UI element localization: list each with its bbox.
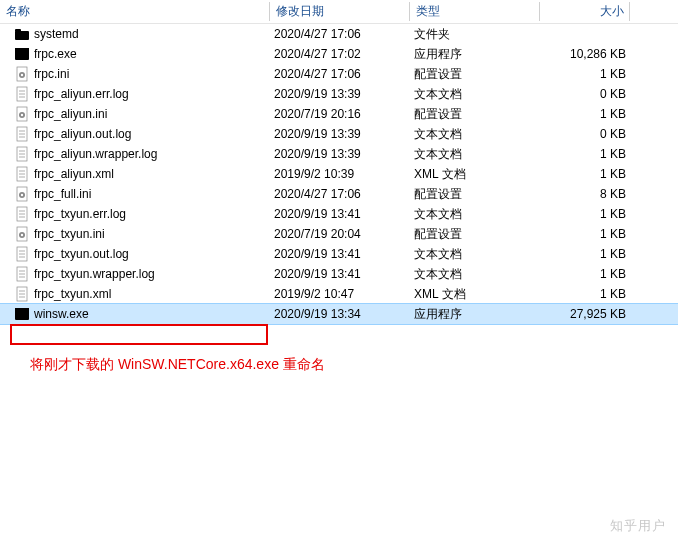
file-date-cell: 2020/4/27 17:06 <box>270 67 410 81</box>
file-date-cell: 2020/9/19 13:39 <box>270 147 410 161</box>
file-row[interactable]: frpc_txyun.out.log2020/9/19 13:41文本文档1 K… <box>0 244 678 264</box>
file-type-cell: XML 文档 <box>410 166 540 183</box>
file-date-cell: 2020/9/19 13:41 <box>270 247 410 261</box>
file-row[interactable]: frpc_txyun.err.log2020/9/19 13:41文本文档1 K… <box>0 204 678 224</box>
file-size-cell: 1 KB <box>540 287 630 301</box>
file-name-cell[interactable]: frpc_txyun.wrapper.log <box>0 266 270 282</box>
file-type-cell: 文本文档 <box>410 266 540 283</box>
file-name-cell[interactable]: frpc_aliyun.err.log <box>0 86 270 102</box>
file-size-cell: 1 KB <box>540 267 630 281</box>
column-header-type[interactable]: 类型 <box>410 0 540 24</box>
annotation-highlight-box <box>10 324 268 345</box>
file-size-cell: 0 KB <box>540 127 630 141</box>
file-row[interactable]: frpc_aliyun.err.log2020/9/19 13:39文本文档0 … <box>0 84 678 104</box>
file-size-cell: 1 KB <box>540 67 630 81</box>
file-date-cell: 2020/9/19 13:34 <box>270 307 410 321</box>
text-file-icon <box>14 206 30 222</box>
settings-file-icon <box>14 226 30 242</box>
file-name-label: frpc_aliyun.wrapper.log <box>34 147 157 161</box>
file-date-cell: 2020/4/27 17:06 <box>270 27 410 41</box>
xml-file-icon <box>14 286 30 302</box>
file-name-label: frpc_txyun.ini <box>34 227 105 241</box>
folder-icon <box>14 26 30 42</box>
column-header-date[interactable]: 修改日期 <box>270 0 410 24</box>
file-row[interactable]: frpc_aliyun.wrapper.log2020/9/19 13:39文本… <box>0 144 678 164</box>
file-size-cell: 1 KB <box>540 247 630 261</box>
file-size-cell: 8 KB <box>540 187 630 201</box>
file-row[interactable]: frpc_txyun.ini2020/7/19 20:04配置设置1 KB <box>0 224 678 244</box>
file-date-cell: 2020/4/27 17:02 <box>270 47 410 61</box>
file-row[interactable]: frpc_full.ini2020/4/27 17:06配置设置8 KB <box>0 184 678 204</box>
file-type-cell: 文本文档 <box>410 206 540 223</box>
file-row[interactable]: frpc_txyun.xml2019/9/2 10:47XML 文档1 KB <box>0 284 678 304</box>
file-name-cell[interactable]: systemd <box>0 26 270 42</box>
settings-file-icon <box>14 106 30 122</box>
file-row[interactable]: frpc_txyun.wrapper.log2020/9/19 13:41文本文… <box>0 264 678 284</box>
file-type-cell: 配置设置 <box>410 66 540 83</box>
file-date-cell: 2020/4/27 17:06 <box>270 187 410 201</box>
column-header-row: 名称 修改日期 类型 大小 <box>0 0 678 24</box>
file-name-cell[interactable]: frpc_full.ini <box>0 186 270 202</box>
settings-file-icon <box>14 186 30 202</box>
watermark: 知乎用户 <box>610 517 666 535</box>
file-type-cell: 文本文档 <box>410 146 540 163</box>
file-name-cell[interactable]: winsw.exe <box>0 306 270 322</box>
file-name-cell[interactable]: frpc_aliyun.out.log <box>0 126 270 142</box>
file-name-label: winsw.exe <box>34 307 89 321</box>
text-file-icon <box>14 146 30 162</box>
file-type-cell: 配置设置 <box>410 186 540 203</box>
file-row[interactable]: frpc_aliyun.out.log2020/9/19 13:39文本文档0 … <box>0 124 678 144</box>
column-header-name[interactable]: 名称 <box>0 0 270 24</box>
file-name-cell[interactable]: frpc_txyun.ini <box>0 226 270 242</box>
file-size-cell: 1 KB <box>540 147 630 161</box>
file-size-cell: 1 KB <box>540 167 630 181</box>
file-name-label: frpc_aliyun.ini <box>34 107 107 121</box>
file-name-label: frpc_txyun.wrapper.log <box>34 267 155 281</box>
file-date-cell: 2019/9/2 10:47 <box>270 287 410 301</box>
file-name-cell[interactable]: frpc_txyun.out.log <box>0 246 270 262</box>
file-name-cell[interactable]: frpc_aliyun.wrapper.log <box>0 146 270 162</box>
file-type-cell: 应用程序 <box>410 46 540 63</box>
file-date-cell: 2020/9/19 13:41 <box>270 267 410 281</box>
file-row[interactable]: systemd2020/4/27 17:06文件夹 <box>0 24 678 44</box>
file-name-label: frpc_aliyun.err.log <box>34 87 129 101</box>
file-row[interactable]: frpc.ini2020/4/27 17:06配置设置1 KB <box>0 64 678 84</box>
file-name-label: frpc_txyun.xml <box>34 287 111 301</box>
text-file-icon <box>14 246 30 262</box>
settings-file-icon <box>14 66 30 82</box>
file-name-label: frpc_full.ini <box>34 187 91 201</box>
column-header-size[interactable]: 大小 <box>540 0 630 24</box>
text-file-icon <box>14 266 30 282</box>
file-type-cell: XML 文档 <box>410 286 540 303</box>
file-type-cell: 配置设置 <box>410 106 540 123</box>
file-name-cell[interactable]: frpc_aliyun.ini <box>0 106 270 122</box>
file-date-cell: 2019/9/2 10:39 <box>270 167 410 181</box>
file-size-cell: 27,925 KB <box>540 307 630 321</box>
file-name-label: frpc_txyun.out.log <box>34 247 129 261</box>
file-type-cell: 文本文档 <box>410 246 540 263</box>
file-name-cell[interactable]: frpc.ini <box>0 66 270 82</box>
file-size-cell: 1 KB <box>540 107 630 121</box>
file-row[interactable]: frpc_aliyun.xml2019/9/2 10:39XML 文档1 KB <box>0 164 678 184</box>
file-name-label: systemd <box>34 27 79 41</box>
application-icon <box>14 306 30 322</box>
file-name-cell[interactable]: frpc_aliyun.xml <box>0 166 270 182</box>
file-date-cell: 2020/7/19 20:16 <box>270 107 410 121</box>
xml-file-icon <box>14 166 30 182</box>
text-file-icon <box>14 86 30 102</box>
file-name-label: frpc.ini <box>34 67 69 81</box>
file-name-cell[interactable]: frpc.exe <box>0 46 270 62</box>
text-file-icon <box>14 126 30 142</box>
file-name-cell[interactable]: frpc_txyun.err.log <box>0 206 270 222</box>
file-list: systemd2020/4/27 17:06文件夹frpc.exe2020/4/… <box>0 24 678 324</box>
file-row[interactable]: frpc.exe2020/4/27 17:02应用程序10,286 KB <box>0 44 678 64</box>
file-name-cell[interactable]: frpc_txyun.xml <box>0 286 270 302</box>
file-size-cell: 10,286 KB <box>540 47 630 61</box>
file-date-cell: 2020/7/19 20:04 <box>270 227 410 241</box>
annotation-text: 将刚才下载的 WinSW.NETCore.x64.exe 重命名 <box>30 356 325 374</box>
file-type-cell: 应用程序 <box>410 306 540 323</box>
file-row[interactable]: winsw.exe2020/9/19 13:34应用程序27,925 KB <box>0 304 678 324</box>
file-name-label: frpc.exe <box>34 47 77 61</box>
file-date-cell: 2020/9/19 13:39 <box>270 87 410 101</box>
file-row[interactable]: frpc_aliyun.ini2020/7/19 20:16配置设置1 KB <box>0 104 678 124</box>
